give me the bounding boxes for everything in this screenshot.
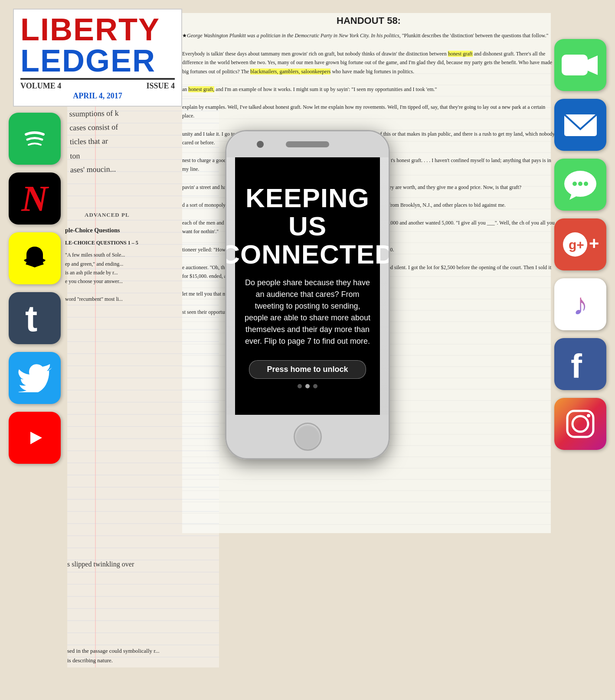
twitter-icon[interactable] (9, 352, 61, 404)
netflix-icon[interactable]: N (9, 173, 61, 225)
mail-icon[interactable] (554, 99, 606, 151)
phone-unlock-button[interactable]: Press home to unlock (249, 360, 366, 379)
music-icon[interactable]: ♪ (554, 278, 606, 330)
social-icons-right: + g+ ♪ f (554, 39, 606, 450)
phone-dot-2 (305, 384, 310, 388)
passage-line1: sed in the passage could symbolically r.… (67, 646, 160, 656)
netflix-n: N (21, 177, 48, 220)
facetime-icon[interactable] (554, 39, 606, 91)
social-icons-left: N t (9, 113, 61, 464)
mc-title: ple-Choice Questions (65, 225, 213, 236)
masthead-date: APRIL 4, 2017 (20, 91, 175, 101)
music-note: ♪ (573, 287, 588, 322)
advanced-pl-label: ADVANCED PL (85, 212, 130, 218)
tumblr-icon[interactable]: t (9, 292, 61, 344)
phone-camera (257, 141, 264, 148)
phone-dot-1 (298, 384, 302, 388)
phone-top-bar (226, 131, 389, 157)
google-plus-icon[interactable]: + g+ (554, 218, 606, 270)
phone-subtext: Do people share because they have an aud… (244, 277, 371, 347)
spotify-icon[interactable] (9, 113, 61, 165)
svg-text:f: f (571, 347, 582, 381)
mc-q1-cont: ep and green," and ending... (65, 260, 213, 268)
svg-point-101 (572, 182, 577, 186)
svg-point-109 (572, 416, 588, 432)
svg-point-103 (584, 182, 588, 186)
masthead-issue: ISSUE 4 (146, 81, 175, 91)
phone-dots (298, 384, 317, 388)
facebook-icon[interactable]: f (554, 338, 606, 390)
phone-dot-3 (313, 384, 317, 388)
snapchat-icon[interactable] (9, 232, 61, 284)
bottom-handwritten: s slipped twinkling over (67, 558, 134, 570)
phone-body: KEEPING US CONNECTED Do people share bec… (225, 130, 390, 459)
twinkling-text: s slipped twinkling over (67, 558, 134, 570)
mc-subtitle: LE-CHOICE QUESTIONS 1 – 5 (65, 238, 213, 247)
masthead: LIBERTY LEDGER VOLUME 4 ISSUE 4 APRIL 4,… (13, 9, 182, 107)
svg-marker-97 (588, 55, 598, 75)
masthead-volume: VOLUME 4 (20, 81, 61, 91)
svg-point-110 (587, 414, 590, 417)
handout-title: HANDOUT 58: (182, 13, 555, 28)
phone-speaker (286, 141, 329, 147)
svg-rect-96 (562, 55, 588, 75)
svg-text:t: t (25, 300, 37, 337)
masthead-ledger: LEDGER (20, 45, 175, 76)
phone-screen: KEEPING US CONNECTED Do people share bec… (235, 157, 380, 415)
messages-icon[interactable] (554, 159, 606, 211)
passage-line2: is describing nature. (67, 656, 160, 665)
mc-q2: is an ash pile made by r... (65, 268, 213, 277)
bottom-passage: sed in the passage could symbolically r.… (67, 646, 160, 665)
mc-recumbent: word "recumbent" most li... (65, 295, 213, 303)
youtube-icon[interactable] (9, 412, 61, 464)
phone: KEEPING US CONNECTED Do people share bec… (225, 130, 390, 459)
instagram-icon[interactable] (554, 398, 606, 450)
multiple-choice-section: ple-Choice Questions LE-CHOICE QUESTIONS… (65, 225, 213, 304)
svg-text:g+: g+ (569, 238, 584, 252)
handwritten-line8: ases' moucin... (70, 160, 209, 177)
masthead-liberty: LIBERTY (20, 14, 175, 45)
svg-text:+: + (589, 234, 599, 253)
phone-bottom (226, 415, 389, 458)
svg-point-102 (578, 182, 582, 186)
phone-headline: KEEPING US CONNECTED (225, 184, 390, 268)
mc-q3: e you choose your answer... (65, 277, 213, 286)
mc-q1: "A few miles south of Sole... (65, 251, 213, 259)
phone-home-button[interactable] (294, 423, 322, 451)
svg-marker-100 (569, 194, 579, 200)
